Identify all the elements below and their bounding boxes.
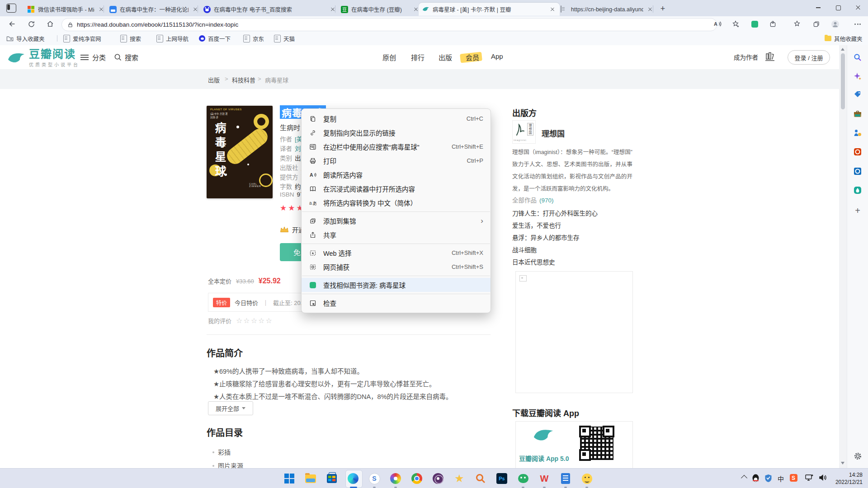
bookmark-item[interactable]: 天猫 [274, 33, 295, 43]
sidebar-shopping-icon[interactable] [853, 89, 863, 99]
menu-item-find-similar-books[interactable]: 查找相似图书资源: 病毒星球 [302, 278, 491, 292]
media-swirl-icon[interactable] [389, 472, 402, 485]
tor-browser-icon[interactable] [431, 472, 445, 485]
library-icon[interactable] [764, 51, 776, 62]
scrollbar-thumb[interactable] [841, 53, 845, 109]
douban-read-logo[interactable]: 豆瓣阅读 优质类型小说平台 [7, 49, 80, 68]
address-bar[interactable]: https://read.douban.com/ebook/115115130/… [61, 18, 717, 31]
photoshop-icon[interactable]: Ps [495, 472, 509, 485]
extension-puzzle-icon[interactable] [767, 18, 778, 30]
my-rating-row[interactable]: 我的评价 ☆☆☆☆☆ [208, 316, 273, 325]
star-app-icon[interactable]: ★ [453, 472, 466, 485]
bookmark-import[interactable]: 导入收藏夹 [6, 33, 45, 43]
edge-browser-icon[interactable] [346, 472, 360, 485]
breadcrumb-publish[interactable]: 出版 [208, 75, 220, 84]
minimize-button[interactable] [808, 0, 828, 15]
tab-virus-evolution[interactable]: 在病毒中生存：一种进化论的解 [106, 3, 203, 16]
back-icon[interactable] [6, 18, 18, 30]
breadcrumb-science[interactable]: 科技科普 [232, 75, 255, 84]
tab-douban-book[interactable]: 豆 在病毒中生存 (豆瓣) [337, 3, 423, 16]
start-button-icon[interactable] [283, 472, 296, 485]
tray-network-icon[interactable] [804, 474, 815, 481]
bookmark-item[interactable]: 京东 [243, 33, 264, 43]
catalog-menu[interactable]: 分类 [80, 52, 106, 62]
menu-item-print[interactable]: 打印 Ctrl+P [302, 154, 491, 168]
search-tool-icon[interactable] [474, 472, 487, 485]
publisher-name[interactable]: 理想国 [542, 127, 565, 139]
close-button[interactable] [848, 0, 868, 15]
tray-shield-icon[interactable] [763, 474, 773, 483]
menu-item-bing-sidebar-search[interactable]: 在边栏中使用必应搜索“病毒星球” Ctrl+Shift+E [302, 140, 491, 154]
bookmark-item[interactable]: 搜索 [120, 33, 141, 43]
my-rating-stars[interactable]: ☆☆☆☆☆ [236, 316, 273, 325]
url-text[interactable]: https://read.douban.com/ebook/115115130/… [77, 21, 238, 28]
menu-item-inspect[interactable]: 检查 [302, 296, 491, 310]
tab-actions-icon[interactable] [6, 4, 16, 13]
simplenote-icon[interactable]: S [368, 472, 381, 485]
sidebar-drop-icon[interactable] [853, 185, 863, 195]
new-tab-button[interactable]: + [657, 4, 668, 14]
profile-avatar-icon[interactable] [829, 18, 841, 30]
menu-item-web-select[interactable]: Web 选择 Ctrl+Shift+X [302, 246, 491, 260]
nav-app[interactable]: App [491, 52, 503, 60]
menu-item-translate-selection[interactable]: aあ 将所选内容转换为 中文（简体） [302, 196, 491, 210]
scroll-up-icon[interactable] [841, 48, 844, 51]
menu-item-copy[interactable]: 复制 Ctrl+C [302, 112, 491, 126]
sidebar-add-icon[interactable]: + [853, 206, 863, 216]
microsoft-store-icon[interactable] [325, 472, 339, 485]
page-scrollbar[interactable] [839, 45, 847, 468]
collections-icon[interactable] [810, 18, 822, 30]
chrome-icon[interactable] [410, 472, 424, 485]
menu-item-share[interactable]: 共享 [302, 228, 491, 242]
become-author-link[interactable]: 成为作者 [734, 52, 758, 61]
tab-close-icon[interactable] [549, 6, 556, 13]
menu-item-copy-highlight-link[interactable]: 复制指向突出显示的链接 [302, 126, 491, 140]
nav-publish[interactable]: 出版 [439, 52, 452, 62]
toc-item[interactable]: 彩插 [212, 447, 231, 456]
refresh-icon[interactable] [25, 18, 37, 30]
favorites-star-icon[interactable] [791, 18, 803, 30]
expand-all-button[interactable]: 展开全部 [208, 401, 253, 415]
menu-item-add-to-collections[interactable]: 添加到集锦 › [302, 214, 491, 228]
smiley-app-icon[interactable] [580, 472, 594, 485]
tab-douban-read-active[interactable]: 病毒星球 - [美] 卡尔·齐默 | 豆瓣 [419, 3, 560, 16]
sidebar-settings-gear-icon[interactable] [853, 451, 863, 461]
sidebar-tools-icon[interactable] [853, 109, 863, 119]
maximize-button[interactable] [828, 0, 848, 15]
menu-item-web-capture[interactable]: 网页捕获 Ctrl+Shift+S [302, 260, 491, 274]
taskbar-clock[interactable]: 14:28 2022/12/21 [835, 471, 863, 486]
menu-item-immersive-reader[interactable]: 在沉浸式阅读器中打开所选内容 [302, 182, 491, 196]
wechat-icon[interactable] [516, 472, 530, 485]
login-register-button[interactable]: 登录 / 注册 [788, 50, 830, 65]
book-cover[interactable]: PLANET OF VIRUSES [美]卡尔·齐默 著 刘旸 译 病毒星球 C… [207, 106, 273, 198]
bookmark-item[interactable]: 上网导航 [156, 33, 189, 43]
publisher-book-link[interactable]: 爱生活，不爱也行 [512, 221, 561, 230]
tray-chevron-up-icon[interactable] [740, 474, 749, 480]
read-aloud-icon[interactable]: A [712, 18, 723, 30]
publisher-book-link[interactable]: 悬浮：异乡人的都市生存 [512, 233, 580, 242]
notes-app-icon[interactable] [559, 472, 572, 485]
sidebar-outlook-icon[interactable] [853, 166, 863, 176]
sidebar-office-icon[interactable] [853, 147, 863, 157]
publisher-book-link[interactable]: 日本近代思想史 [512, 257, 555, 266]
tray-ime-indicator[interactable]: 中 [776, 474, 786, 483]
nav-ranking[interactable]: 排行 [411, 52, 425, 62]
tab-aliyun-data[interactable]: https://cn-beijing-data.aliyundriv [557, 3, 657, 16]
tray-sogou-icon[interactable]: S [788, 474, 798, 482]
home-icon[interactable] [44, 18, 56, 30]
sidebar-search-icon[interactable] [853, 52, 863, 62]
scroll-down-icon[interactable] [841, 462, 844, 465]
tab-wechat-read-helper[interactable]: 微信读书增强助手 - Microsoft Ed [24, 3, 108, 16]
tray-qq-icon[interactable] [750, 474, 760, 483]
tray-speaker-icon[interactable] [817, 474, 828, 481]
app-name-link[interactable]: 豆瓣阅读 App 5.0 [519, 454, 569, 463]
publisher-logo[interactable]: 理想国 imaginist [512, 120, 536, 144]
publisher-book-link[interactable]: 刀锋人生：打开心外科医生的心 [512, 208, 598, 217]
settings-ellipsis-icon[interactable] [852, 18, 863, 30]
menu-item-read-aloud[interactable]: A 朗读所选内容 [302, 168, 491, 182]
works-count-link[interactable]: (970) [539, 197, 554, 204]
sidebar-copilot-icon[interactable] [853, 71, 863, 81]
nav-member[interactable]: 会员 [466, 52, 479, 62]
nav-original[interactable]: 原创 [382, 52, 396, 62]
other-bookmarks-folder[interactable]: 其他收藏夹 [825, 33, 863, 43]
